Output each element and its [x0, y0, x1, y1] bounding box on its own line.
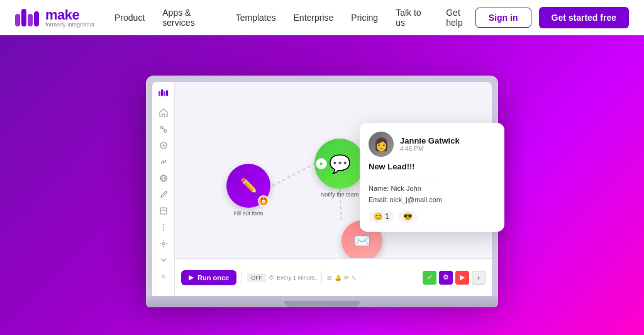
node-notify-label: Notify the team	[321, 191, 359, 198]
toolbar-app-icons: ✓ ⚙ ▶ +	[423, 271, 486, 285]
svg-point-17	[163, 224, 164, 225]
notification-card: 👩 Jannie Gatwick 4:46 PM New Lead!!! - -…	[360, 123, 504, 232]
controls-icon3: ⤡	[352, 275, 357, 281]
svg-rect-1	[21, 9, 26, 26]
controls-icon2: ⟳	[344, 275, 349, 281]
schedule-off-pill[interactable]: OFF	[247, 273, 266, 282]
sidebar-link-icon[interactable]	[157, 156, 170, 168]
sidebar-more-icon[interactable]	[157, 221, 170, 234]
svg-point-8	[160, 126, 163, 128]
controls-icon1: 🔔	[335, 275, 341, 281]
svg-rect-6	[164, 91, 165, 96]
logo[interactable]: make formerly Integromat	[15, 8, 94, 28]
logo-name: make	[45, 8, 94, 22]
sidebar-scenarios-icon[interactable]	[157, 123, 170, 135]
notif-email-line: Email: nick_j@mail.com	[369, 195, 496, 206]
run-btn-label: Run once	[197, 274, 229, 281]
controls-label: ⊞	[327, 275, 332, 281]
logo-text: make formerly Integromat	[45, 8, 94, 28]
navbar: make formerly Integromat Product Apps & …	[0, 0, 644, 35]
toolbar-separator-2	[321, 271, 322, 284]
svg-point-21	[162, 275, 165, 278]
app-sidebar	[152, 82, 175, 296]
svg-rect-2	[28, 14, 33, 26]
schedule-clock-icon: ⏱	[269, 275, 274, 281]
sidebar-logo	[158, 88, 169, 99]
svg-rect-3	[34, 11, 39, 26]
form-clock-badge: ⏰	[258, 195, 269, 207]
notif-reactions: 😊 1 😎	[369, 210, 496, 223]
node-form-label: Fill out form	[233, 210, 263, 217]
laptop-mockup: ✏️ ⏰ Fill out form 💬 ➤ Notify the team	[146, 76, 498, 307]
sidebar-settings-icon[interactable]	[157, 237, 170, 250]
logo-mark	[15, 8, 40, 28]
svg-point-18	[163, 227, 164, 228]
getstarted-button[interactable]: Get started free	[539, 7, 629, 28]
notify-arrow-badge: ➤	[316, 158, 327, 169]
run-once-button[interactable]: ▶ Run once	[181, 270, 236, 285]
sidebar-pencil-icon[interactable]	[157, 188, 170, 201]
svg-rect-15	[160, 208, 167, 214]
nav-links: Product Apps & services Templates Enterp…	[114, 8, 475, 28]
signin-button[interactable]: Sign in	[475, 8, 531, 28]
svg-rect-7	[166, 90, 168, 96]
svg-point-19	[163, 229, 164, 230]
toolbar-purple-icon[interactable]: ⚙	[439, 271, 453, 285]
nav-product[interactable]: Product	[114, 13, 145, 23]
nav-apps-services[interactable]: Apps & services	[162, 8, 218, 28]
sidebar-arrow-icon[interactable]	[157, 254, 170, 266]
sidebar-home-icon[interactable]	[157, 106, 170, 119]
node-notify-team[interactable]: 💬 ➤ Notify the team	[314, 139, 365, 198]
notif-title: New Lead!!!	[369, 162, 496, 171]
play-icon: ▶	[189, 274, 194, 281]
nav-templates[interactable]: Templates	[236, 13, 276, 23]
svg-rect-0	[15, 14, 20, 26]
notif-time: 4:46 PM	[400, 145, 496, 152]
notif-avatar: 👩	[369, 132, 394, 157]
svg-line-10	[162, 128, 165, 130]
reaction-cool-emoji: 😎	[403, 212, 413, 221]
toolbar-controls: ⊞ 🔔 ⟳ ⤡ ···	[327, 275, 364, 281]
node-fill-out-form[interactable]: ✏️ ⏰ Fill out form	[226, 164, 270, 217]
reaction-smile-count: 1	[385, 212, 389, 221]
reaction-cool[interactable]: 😎	[398, 210, 418, 223]
toolbar-separator-1	[242, 271, 242, 284]
sidebar-dot-icon[interactable]	[157, 270, 170, 283]
svg-point-9	[164, 130, 167, 132]
toolbar-green-icon[interactable]: ✓	[423, 271, 436, 285]
sidebar-layout-icon[interactable]	[157, 205, 170, 217]
toolbar-red-icon[interactable]: ▶	[455, 271, 469, 285]
hero-section: ✏️ ⏰ Fill out form 💬 ➤ Notify the team	[0, 35, 644, 335]
notif-meta: Jannie Gatwick 4:46 PM	[400, 136, 496, 152]
controls-icon4: ···	[359, 275, 364, 281]
nav-enterprise[interactable]: Enterprise	[294, 13, 334, 23]
schedule-label: Every 1 minute.	[277, 275, 316, 281]
svg-line-22	[272, 164, 314, 186]
toolbar-scheduling: OFF ⏱ Every 1 minute.	[247, 273, 316, 282]
logo-sub: formerly Integromat	[45, 22, 94, 28]
notif-header: 👩 Jannie Gatwick 4:46 PM	[369, 132, 496, 157]
nav-pricing[interactable]: Pricing	[351, 13, 378, 23]
laptop-base	[146, 296, 498, 307]
notif-body: Name: Nick John Email: nick_j@mail.com	[369, 183, 496, 205]
reaction-smile-emoji: 😊	[374, 212, 383, 221]
bottom-toolbar: ▶ Run once OFF ⏱ Every 1 minute. ⊞ 🔔	[175, 258, 492, 296]
svg-rect-4	[158, 91, 160, 96]
notif-user-name: Jannie Gatwick	[400, 136, 496, 145]
notif-divider-text: - - - - - - - - - - -	[369, 174, 496, 181]
sidebar-connections-icon[interactable]	[157, 139, 170, 152]
toolbar-add-icon[interactable]: +	[472, 271, 486, 285]
nav-get-help[interactable]: Get help	[446, 8, 475, 28]
svg-point-20	[162, 242, 165, 245]
sidebar-globe-icon[interactable]	[157, 172, 170, 185]
reaction-smile[interactable]: 😊 1	[369, 210, 394, 223]
nav-actions: Sign in Get started free	[475, 7, 629, 28]
svg-rect-5	[161, 89, 163, 96]
nav-talk-to-us[interactable]: Talk to us	[396, 8, 428, 28]
notif-name-line: Name: Nick John	[369, 183, 496, 195]
